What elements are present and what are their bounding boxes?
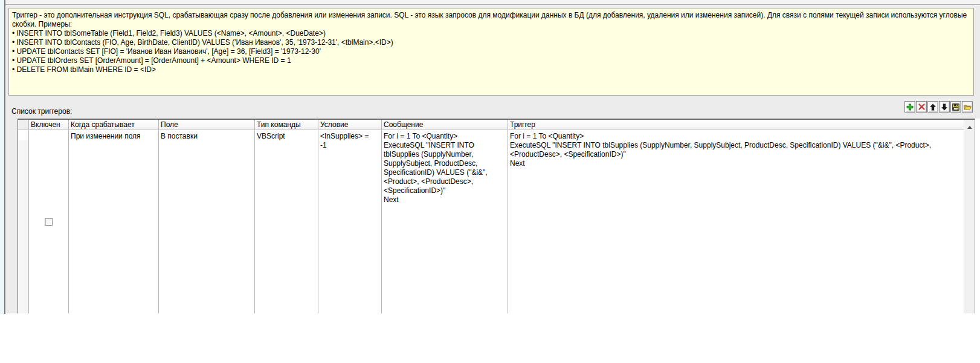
- when-fires-cell[interactable]: При изменении поля: [69, 130, 159, 313]
- arrow-down-icon: [941, 103, 948, 111]
- trigger-list-toolbar: [904, 101, 973, 113]
- row-selector-cell[interactable]: [18, 130, 29, 313]
- save-floppy-icon: [952, 103, 959, 111]
- help-intro-text: Триггер - это дополнительная инструкция …: [12, 11, 970, 29]
- move-up-button[interactable]: [927, 101, 938, 113]
- open-folder-icon: [964, 103, 972, 111]
- row-selector-header: [18, 120, 29, 129]
- help-example-line: • INSERT INTO tblSomeTable (Field1, Fiel…: [12, 29, 970, 38]
- column-header-condition: Условие: [318, 120, 382, 129]
- table-row: При изменении поля В поставки VBScript <…: [18, 130, 975, 313]
- scroll-up-icon[interactable]: [967, 126, 972, 129]
- trigger-table-header: Включен Когда срабатывает Поле Тип коман…: [18, 120, 975, 130]
- load-triggers-button[interactable]: [962, 101, 973, 113]
- vertical-scrollbar[interactable]: [964, 120, 975, 313]
- enabled-cell[interactable]: [29, 130, 69, 313]
- command-type-cell[interactable]: VBScript: [255, 130, 318, 313]
- column-header-when-fires: Когда срабатывает: [69, 120, 159, 129]
- delete-trigger-button[interactable]: [916, 101, 927, 113]
- column-header-command-type: Тип команды: [255, 120, 318, 129]
- help-example-line: • INSERT INTO tblContacts (FIO, Age, Bir…: [12, 38, 970, 47]
- column-header-trigger: Триггер: [508, 120, 975, 129]
- help-example-line: • UPDATE tblContacts SET [FIO] = 'Иванов…: [12, 47, 970, 56]
- add-trigger-button[interactable]: [904, 101, 915, 113]
- trigger-help-box: Триггер - это дополнительная инструкция …: [8, 8, 974, 96]
- save-triggers-button[interactable]: [950, 101, 961, 113]
- move-down-button[interactable]: [939, 101, 950, 113]
- delete-x-icon: [918, 103, 925, 110]
- top-edge-strip: [0, 0, 980, 5]
- message-cell[interactable]: For i = 1 To <Quantity> ExecuteSQL "INSE…: [382, 130, 508, 313]
- trigger-list-label: Список триггеров:: [11, 107, 72, 116]
- column-header-enabled: Включен: [29, 120, 69, 129]
- plus-icon: [906, 103, 914, 111]
- left-edge-strip: [0, 0, 5, 314]
- field-cell[interactable]: В поставки: [159, 130, 255, 313]
- right-margin: [975, 119, 980, 313]
- column-header-field: Поле: [159, 120, 255, 129]
- condition-cell[interactable]: <InSupplies> = -1: [318, 130, 382, 313]
- help-example-line: • UPDATE tblOrders SET [OrderAmount] = […: [12, 56, 970, 65]
- trigger-table-inner: Включен Когда срабатывает Поле Тип коман…: [18, 120, 975, 313]
- arrow-up-icon: [929, 103, 936, 111]
- trigger-code-cell[interactable]: For i = 1 To <Quantity> ExecuteSQL "INSE…: [508, 130, 975, 313]
- trigger-editor-panel: Триггер - это дополнительная инструкция …: [5, 5, 980, 313]
- current-row-marker: [18, 130, 28, 140]
- help-example-line: • DELETE FROM tblMain WHERE ID = <ID>: [12, 65, 970, 74]
- column-header-message: Сообщение: [382, 120, 508, 129]
- enabled-checkbox[interactable]: [45, 218, 53, 226]
- trigger-table: Включен Когда срабатывает Поле Тип коман…: [18, 119, 975, 313]
